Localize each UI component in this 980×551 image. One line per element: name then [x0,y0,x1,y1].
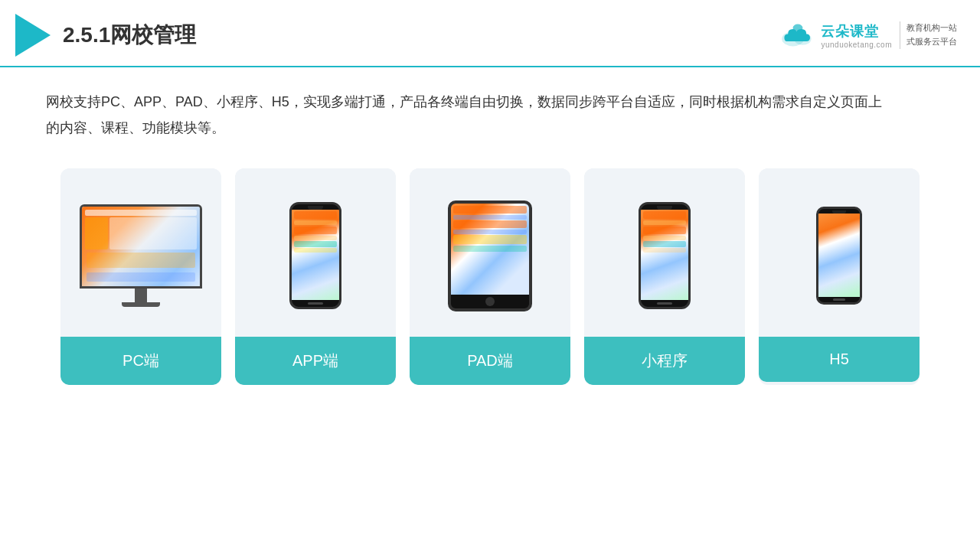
brand-slogan: 教育机构一站式服务云平台 [900,21,957,48]
header-left: 2.5.1网校管理 [15,14,196,57]
phone-mock-app [289,202,341,309]
card-image-miniprogram [584,168,745,337]
svg-point-2 [793,24,803,32]
card-label-pad: PAD端 [410,337,570,385]
logo-triangle-icon [15,14,51,57]
card-image-pad [410,168,570,337]
cloud-icon [779,21,816,49]
card-h5: H5 [759,168,920,385]
card-miniprogram: 小程序 [584,168,745,385]
brand-text-block: 云朵课堂 yunduoketang.com [821,22,892,49]
phone-mock-h5 [816,207,862,305]
card-label-app: APP端 [235,337,396,385]
card-pad: PAD端 [410,168,570,385]
card-image-app [235,168,396,337]
pc-monitor-icon [80,204,202,307]
card-pc: PC端 [60,168,221,385]
brand-url: yunduoketang.com [821,41,892,49]
header: 2.5.1网校管理 云朵课堂 yunduoketang.com 教育机构一站式服… [0,0,980,67]
brand-logo: 云朵课堂 yunduoketang.com 教育机构一站式服务云平台 [779,21,957,49]
main-content: 网校支持PC、APP、PAD、小程序、H5，实现多端打通，产品各终端自由切换，数… [0,67,980,400]
page-title: 2.5.1网校管理 [63,21,196,50]
card-label-h5: H5 [759,337,920,382]
brand-name: 云朵课堂 [821,22,879,41]
cards-row: PC端 APP端 [46,168,934,385]
card-app: APP端 [235,168,396,385]
card-image-h5 [759,168,920,337]
card-label-pc: PC端 [60,337,221,385]
phone-mock-miniprogram [639,202,691,309]
description-text: 网校支持PC、APP、PAD、小程序、H5，实现多端打通，产品各终端自由切换，数… [46,89,888,141]
tablet-mock-pad [448,201,532,311]
header-right: 云朵课堂 yunduoketang.com 教育机构一站式服务云平台 [779,21,957,49]
card-label-miniprogram: 小程序 [584,337,745,385]
card-image-pc [60,168,221,337]
